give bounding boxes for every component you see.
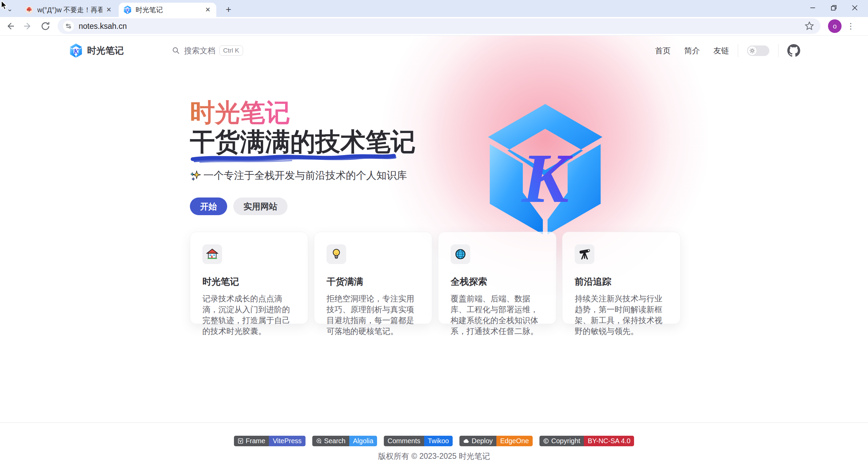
nav-link-home[interactable]: 首页 [655,45,671,56]
cloud-icon [463,439,469,444]
window-controls [802,0,865,16]
tree-icon [25,5,33,14]
nav-link-about[interactable]: 简介 [684,45,700,56]
feature-desc: 拒绝空洞理论，专注实用技巧、原理剖析与真实项目避坑指南，每一篇都是可落地的硬核笔… [327,293,420,337]
feature-title: 前沿追踪 [575,276,668,288]
close-window-button[interactable] [844,0,865,16]
site-settings-icon[interactable] [63,21,74,32]
hero-section: 时光笔记 干货满满的技术笔记 一个专注于全栈开发与前沿技术的个人知识库 开始 实… [190,99,434,215]
copyright-icon [543,438,549,444]
hero-tagline: 一个专注于全栈开发与前沿技术的个人知识库 [190,169,434,183]
badge-value: Twikoo [424,436,453,446]
badge-label: Comments [388,437,420,445]
feature-card[interactable]: 干货满满 拒绝空洞理论，专注实用技巧、原理剖析与真实项目避坑指南，每一篇都是可落… [314,232,432,324]
tab-close-icon[interactable]: ✕ [105,6,113,14]
search-button[interactable]: 搜索文档 Ctrl K [172,45,243,56]
hero-title: 时光笔记 [190,99,290,127]
divider [778,44,778,57]
new-tab-button[interactable]: + [222,3,235,16]
browser-tab-active[interactable]: 时光笔记 ✕ [119,3,216,17]
profile-avatar[interactable]: o [828,19,842,33]
mouse-cursor-icon [1,1,9,11]
github-icon[interactable] [787,44,800,57]
back-button[interactable] [3,19,18,34]
search-placeholder: 搜索文档 [184,45,215,56]
hero-subtitle: 干货满满的技术笔记 [190,127,434,157]
hero-hexagon-k-logo [486,103,604,239]
magnifier-icon [172,46,180,55]
badge-edgeone[interactable]: Deploy EdgeOne [459,436,533,446]
feature-cards: 时光笔记 记录技术成长的点点滴滴，沉淀从入门到进阶的完整轨迹，打造属于自己的技术… [190,232,680,324]
url-text[interactable]: notes.ksah.cn [79,22,804,31]
search-shortcut-kbd: Ctrl K [219,45,243,56]
badge-label: Copyright [551,437,580,445]
address-bar[interactable]: notes.ksah.cn [58,18,821,34]
badge-value: VitePress [269,436,305,446]
badge-label: Search [324,437,346,445]
maximize-button[interactable] [823,0,844,16]
useful-sites-button[interactable]: 实用网站 [233,198,288,215]
badge-value: BY-NC-SA 4.0 [584,436,634,446]
divider [738,44,738,57]
badge-algolia[interactable]: Search Algolia [312,436,377,446]
algolia-icon [316,438,322,444]
footer-badges: Frame VitePress Search Algolia Comments [0,436,868,446]
feature-card[interactable]: 全栈探索 覆盖前端、后端、数据库、工程化与部署运维，构建系统化的全栈知识体系，打… [438,232,556,324]
tab-title: w(°Д°)w 不要走！再看看嘛！ [37,5,102,15]
page-content: 时光笔记 搜索文档 Ctrl K 首页 简介 友链 [0,36,868,470]
start-button[interactable]: 开始 [190,198,227,215]
browser-menu-icon[interactable]: ⋮ [846,19,856,33]
globe-icon [451,244,470,264]
sun-icon [748,46,756,55]
site-nav: 首页 简介 友链 [655,45,729,56]
site-footer: Frame VitePress Search Algolia Comments [0,422,868,468]
badge-vitepress[interactable]: Frame VitePress [234,436,305,446]
hero-tagline-text: 一个专注于全栈开发与前沿技术的个人知识库 [203,169,407,183]
feature-card[interactable]: 前沿追踪 持续关注新兴技术与行业趋势，第一时间解读新框架、新工具，保持技术视野的… [562,232,680,324]
browser-tab-inactive[interactable]: w(°Д°)w 不要走！再看看嘛！ ✕ [20,3,117,17]
feature-desc: 记录技术成长的点点滴滴，沉淀从入门到进阶的完整轨迹，打造属于自己的技术时光胶囊。 [202,293,296,337]
browser-tab-strip: ⌄ w(°Д°)w 不要走！再看看嘛！ ✕ 时光笔记 ✕ + [0,0,868,17]
feature-desc: 持续关注新兴技术与行业趋势，第一时间解读新框架、新工具，保持技术视野的敏锐与领先… [575,293,668,337]
theme-toggle[interactable] [747,45,769,56]
hexagon-k-icon [123,5,132,14]
badge-label: Deploy [472,437,493,445]
tab-title: 时光笔记 [136,5,201,15]
feature-title: 时光笔记 [202,276,296,288]
telescope-icon [575,244,594,264]
hexagon-k-icon [70,43,82,58]
nav-link-friends[interactable]: 友链 [713,45,729,56]
minimize-button[interactable] [802,0,823,16]
feature-title: 全栈探索 [451,276,544,288]
feature-title: 干货满满 [327,276,420,288]
site-header: 时光笔记 搜索文档 Ctrl K 首页 简介 友链 [0,36,868,65]
sparkles-icon [190,170,202,182]
tab-close-icon[interactable]: ✕ [204,6,212,14]
house-icon [202,244,222,264]
badge-value: EdgeOne [496,436,533,446]
badge-label: Frame [246,437,265,445]
copyright-text: 版权所有 © 2023-2025 时光笔记 [0,451,868,468]
site-logo[interactable]: 时光笔记 [70,43,124,58]
badge-value: Algolia [349,436,377,446]
feature-desc: 覆盖前端、后端、数据库、工程化与部署运维，构建系统化的全栈知识体系，打通技术任督… [451,293,544,337]
feature-card[interactable]: 时光笔记 记录技术成长的点点滴滴，沉淀从入门到进阶的完整轨迹，打造属于自己的技术… [190,232,308,324]
forward-button[interactable] [20,19,35,34]
badge-twikoo[interactable]: Comments Twikoo [384,436,453,446]
bulb-icon [327,244,346,264]
vitepress-icon [238,438,243,444]
site-title: 时光笔记 [87,44,124,57]
reload-button[interactable] [38,19,53,34]
hero-actions: 开始 实用网站 [190,198,434,215]
bookmark-star-icon[interactable] [804,20,815,32]
browser-toolbar: notes.ksah.cn o ⋮ [0,17,868,36]
badge-license[interactable]: Copyright BY-NC-SA 4.0 [539,436,634,446]
